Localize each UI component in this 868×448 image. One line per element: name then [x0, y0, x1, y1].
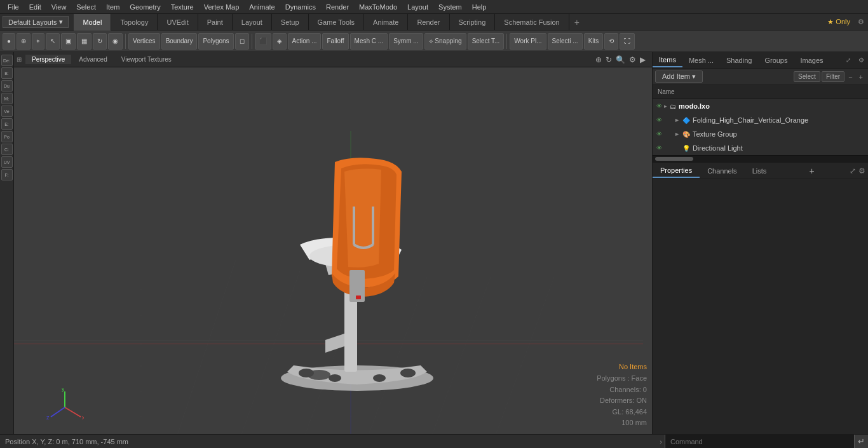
tab-items[interactable]: Items	[653, 53, 682, 67]
tab-channels[interactable]: Channels	[700, 165, 744, 177]
add-item-button[interactable]: Add Item ▾	[655, 71, 703, 83]
items-panel-expand[interactable]: ⤢	[842, 55, 855, 65]
left-btn-e[interactable]: E:	[1, 118, 13, 130]
tool-workplane[interactable]: Work Pl...	[510, 33, 546, 50]
tool-diamond[interactable]: ◈	[273, 33, 287, 50]
tool-box-select[interactable]: ▣	[61, 33, 76, 50]
tool-rotate[interactable]: ↻	[93, 33, 107, 50]
tab-images[interactable]: Images	[794, 54, 829, 67]
tool-vertices[interactable]: Vertices	[128, 33, 160, 50]
menu-file[interactable]: File	[3, 2, 24, 12]
tool-symmetry[interactable]: Symm ...	[389, 33, 423, 50]
viewport-icon-play[interactable]: ▶	[640, 55, 646, 64]
menu-animate[interactable]: Animate	[244, 2, 280, 12]
left-btn-du[interactable]: Du	[1, 80, 13, 92]
items-plus-btn[interactable]: +	[857, 73, 865, 81]
list-item[interactable]: 👁 ► 🔷 Folding_High_Chair_Vertical_Orange	[653, 113, 868, 127]
tool-fullscreen[interactable]: ⛶	[620, 33, 635, 50]
left-btn-m[interactable]: M:	[1, 93, 13, 104]
menu-select[interactable]: Select	[71, 2, 101, 12]
tool-mesh-c[interactable]: Mesh C ...	[350, 33, 388, 50]
menu-item[interactable]: Item	[101, 2, 125, 12]
tab-uvedit[interactable]: UVEdit	[158, 14, 198, 31]
tool-square[interactable]: ◻	[235, 33, 249, 50]
left-btn-b[interactable]: B:	[1, 67, 13, 79]
menu-dynamics[interactable]: Dynamics	[280, 2, 321, 12]
tool-reset[interactable]: ⟲	[604, 33, 618, 50]
tool-snapping[interactable]: ⟡ Snapping	[424, 33, 466, 50]
tool-action[interactable]: Action ...	[288, 33, 322, 50]
tab-render[interactable]: Render	[408, 14, 449, 31]
tab-topology[interactable]: Topology	[111, 14, 158, 31]
eye-icon-3[interactable]: 👁	[654, 143, 664, 153]
tab-shading[interactable]: Shading	[720, 54, 758, 67]
items-minus-btn[interactable]: −	[846, 73, 855, 81]
tab-lists[interactable]: Lists	[745, 165, 775, 177]
left-btn-c[interactable]: C:	[1, 144, 13, 155]
command-submit-button[interactable]: ↵	[854, 435, 868, 449]
menu-texture[interactable]: Texture	[166, 2, 199, 12]
menu-system[interactable]: System	[433, 2, 467, 12]
tool-kits[interactable]: Kits	[584, 33, 604, 50]
left-btn-de[interactable]: De:	[1, 55, 13, 66]
items-scroll-thumb[interactable]	[655, 157, 693, 161]
menu-render[interactable]: Render	[321, 2, 354, 12]
menu-maxtomodo[interactable]: MaxToModo	[354, 2, 402, 12]
viewport-icon-settings[interactable]: ⚙	[629, 55, 636, 64]
tab-properties[interactable]: Properties	[653, 164, 700, 178]
tool-dot[interactable]: ●	[3, 33, 15, 50]
viewport[interactable]: x y z No Items Polygons : Face Channels:…	[14, 67, 652, 434]
tool-falloff[interactable]: Falloff	[322, 33, 348, 50]
tab-paint[interactable]: Paint	[198, 14, 233, 31]
eye-icon-1[interactable]: 👁	[654, 115, 664, 125]
eye-icon-2[interactable]: 👁	[654, 129, 664, 139]
tool-circle[interactable]: ◉	[108, 33, 123, 50]
items-panel-settings[interactable]: ⚙	[855, 55, 868, 65]
tool-crosshair[interactable]: ⌖	[32, 33, 44, 50]
tab-setup[interactable]: Setup	[272, 14, 309, 31]
menu-view[interactable]: View	[46, 2, 72, 12]
menu-geometry[interactable]: Geometry	[125, 2, 165, 12]
star-only-btn[interactable]: ★ Only	[824, 17, 854, 27]
viewport-icon-rotate[interactable]: ↻	[606, 55, 612, 64]
menu-help[interactable]: Help	[467, 2, 492, 12]
tab-schematic[interactable]: Schematic Fusion	[495, 14, 569, 31]
settings-icon[interactable]: ⚙	[858, 18, 864, 26]
menu-layout[interactable]: Layout	[402, 2, 433, 12]
props-expand-btn[interactable]: ⤢	[850, 166, 856, 175]
items-filter-btn[interactable]: Filter	[822, 71, 844, 82]
tool-arrow[interactable]: ↖	[46, 33, 60, 50]
tool-globe[interactable]: ⊕	[17, 33, 31, 50]
tool-polygons[interactable]: Polygons	[198, 33, 233, 50]
tab-layout[interactable]: Layout	[233, 14, 272, 31]
tab-gametools[interactable]: Game Tools	[309, 14, 365, 31]
command-input[interactable]	[665, 435, 854, 449]
tab-advanced[interactable]: Advanced	[72, 55, 113, 64]
tab-groups[interactable]: Groups	[758, 54, 794, 67]
props-settings-btn[interactable]: ⚙	[858, 166, 865, 175]
left-btn-uv[interactable]: UV	[1, 156, 13, 168]
left-btn-ve[interactable]: Ve	[1, 105, 13, 117]
list-item[interactable]: 👁 ► 🎨 Texture Group	[653, 127, 868, 141]
tab-add[interactable]: +	[569, 15, 585, 29]
list-item[interactable]: 👁 ▸ 🗂 modo.lxo	[653, 99, 868, 113]
viewport-icon-move[interactable]: ⊕	[595, 55, 602, 64]
left-btn-f[interactable]: F:	[1, 169, 13, 180]
list-item[interactable]: 👁 ► 💡 Directional Light	[653, 141, 868, 155]
tab-animate[interactable]: Animate	[364, 14, 408, 31]
menu-vertexmap[interactable]: Vertex Map	[199, 2, 245, 12]
tab-viewport-textures[interactable]: Viewport Textures	[115, 55, 178, 64]
tool-select-t[interactable]: Select T...	[468, 33, 505, 50]
tool-grid-select[interactable]: ▦	[77, 33, 92, 50]
eye-icon-0[interactable]: 👁	[654, 101, 664, 111]
menu-edit[interactable]: Edit	[24, 2, 46, 12]
viewport-icon-zoom[interactable]: 🔍	[616, 55, 625, 64]
left-btn-po[interactable]: Po	[1, 131, 13, 142]
tab-scripting[interactable]: Scripting	[450, 14, 496, 31]
items-select-btn[interactable]: Select	[794, 71, 820, 82]
tool-selection[interactable]: Selecti ...	[548, 33, 583, 50]
layout-selector[interactable]: Default Layouts ▾	[3, 16, 69, 28]
tab-mesh[interactable]: Mesh ...	[682, 54, 720, 67]
tool-boundary[interactable]: Boundary	[161, 33, 198, 50]
tab-perspective[interactable]: Perspective	[25, 55, 71, 64]
